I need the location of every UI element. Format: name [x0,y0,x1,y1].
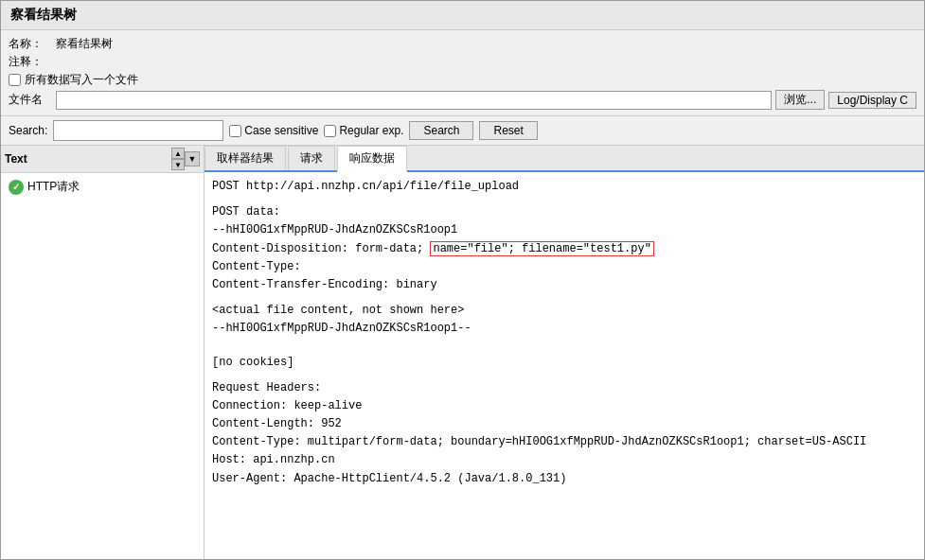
content-line-3: --hHI0OG1xfMppRUD-JhdAznOZKSCsR1oop1 [212,221,916,239]
filename-label: 文件名 [9,92,56,108]
content-line-13: Content-Type: multipart/form-data; bound… [212,433,916,451]
content-line-4: Content-Disposition: form-data; name="fi… [212,240,916,258]
content-line-14: Host: api.nnzhp.cn [212,451,916,469]
content-line-6: Content-Transfer-Encoding: binary [212,276,916,294]
browse-button[interactable]: 浏览... [775,90,825,110]
reset-button[interactable]: Reset [479,121,537,140]
tree-content: ✓ HTTP请求 [1,173,204,559]
scroll-up-arrow[interactable]: ▲ [171,148,185,159]
tab-sampler-result[interactable]: 取样器结果 [205,146,286,170]
scroll-arrows: ▲ ▼ [171,148,185,170]
search-button[interactable]: Search [409,121,473,140]
content-line-15: User-Agent: Apache-HttpClient/4.5.2 (Jav… [212,470,916,488]
left-panel-title: Text [5,152,171,166]
title-bar: 察看结果树 [1,1,924,30]
regular-exp-checkbox[interactable] [324,125,336,137]
tree-item-icon: ✓ [9,180,24,195]
content-line-7: <actual file content, not shown here> [212,302,916,320]
comment-label: 注释： [9,54,56,70]
left-panel-header: Text ▲ ▼ ▼ [1,146,204,173]
tabs-bar: 取样器结果 请求 响应数据 [205,146,924,172]
highlighted-text: name="file"; filename="test1.py" [430,241,653,256]
scroll-down-arrow[interactable]: ▼ [171,159,185,170]
name-label: 名称： [9,36,56,52]
content-line-8: --hHI0OG1xfMppRUD-JhdAznOZKSCsR1oop1-- [212,320,916,338]
case-sensitive-checkbox[interactable] [229,125,241,137]
regular-exp-label: Regular exp. [324,124,403,137]
main-window: 察看结果树 名称： 察看结果树 注释： 所有数据写入一个文件 文件名 浏览...… [0,0,925,560]
content-area: POST http://api.nnzhp.cn/api/file/file_u… [205,172,924,559]
content-line-2: POST data: [212,203,916,221]
tab-request[interactable]: 请求 [288,146,335,170]
content-line-11: Connection: keep-alive [212,397,916,415]
write-all-checkbox[interactable] [9,74,21,86]
write-all-row: 所有数据写入一个文件 [9,72,916,88]
content-line-9: [no cookies] [212,354,916,372]
case-sensitive-label: Case sensitive [229,124,318,137]
right-panel: 取样器结果 请求 响应数据 POST http://api.nnzhp.cn/a… [205,146,924,559]
left-panel: Text ▲ ▼ ▼ ✓ HTTP请求 [1,146,205,559]
filename-input[interactable] [56,91,772,110]
tree-item[interactable]: ✓ HTTP请求 [5,177,200,197]
log-display-button[interactable]: Log/Display C [828,92,916,109]
name-value: 察看结果树 [56,36,113,52]
dropdown-arrow[interactable]: ▼ [185,151,200,166]
main-content: Text ▲ ▼ ▼ ✓ HTTP请求 取样器结果 [1,146,924,559]
tree-item-label: HTTP请求 [27,179,80,195]
tab-response-data[interactable]: 响应数据 [337,146,407,172]
content-line-12: Content-Length: 952 [212,415,916,433]
search-label: Search: [9,124,47,137]
window-title: 察看结果树 [10,7,77,22]
content-line-10: Request Headers: [212,379,916,397]
form-section: 名称： 察看结果树 注释： 所有数据写入一个文件 文件名 浏览... Log/D… [1,30,924,116]
comment-row: 注释： [9,54,916,70]
name-row: 名称： 察看结果树 [9,36,916,52]
content-line-1: POST http://api.nnzhp.cn/api/file/file_u… [212,178,916,196]
write-all-label: 所有数据写入一个文件 [25,72,138,88]
file-row: 文件名 浏览... Log/Display C [9,90,916,110]
search-bar: Search: Case sensitive Regular exp. Sear… [1,116,924,146]
content-line-5: Content-Type: [212,258,916,276]
search-input[interactable] [53,120,223,141]
